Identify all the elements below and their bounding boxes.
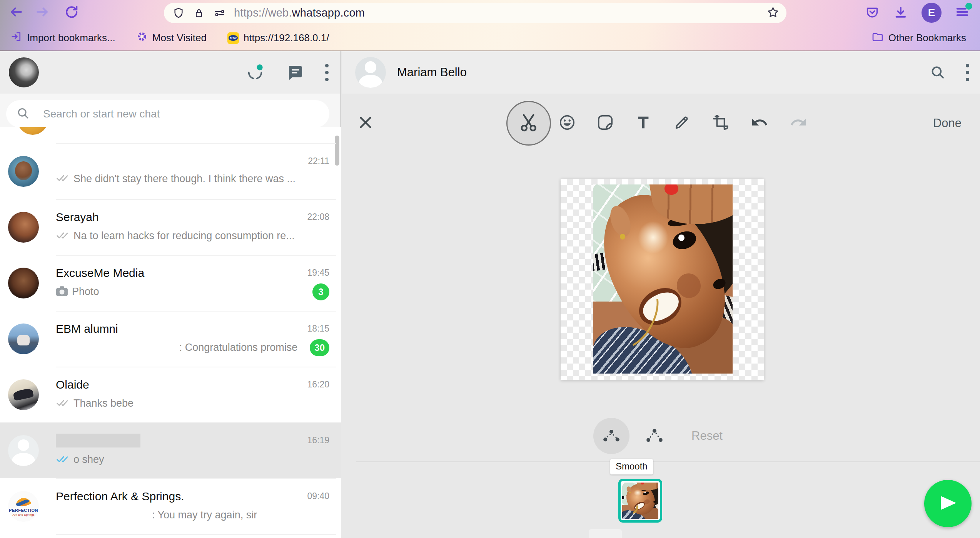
emoji-icon xyxy=(558,114,576,133)
chat-message: Na to learn hacks for reducing consumpti… xyxy=(73,230,295,242)
profile-avatar[interactable] xyxy=(9,57,39,87)
new-chat-button[interactable] xyxy=(286,64,304,81)
double-tick-icon xyxy=(56,173,70,184)
close-icon xyxy=(357,114,374,132)
avatar xyxy=(8,379,39,410)
smooth-curve-button[interactable] xyxy=(601,425,621,447)
url-bar[interactable]: https://web.whatsapp.com xyxy=(164,3,786,23)
bookmark-most-visited[interactable]: Most Visited xyxy=(136,31,207,45)
chat-list-item[interactable]: Olaide 16:20 Thanks bebe xyxy=(0,367,341,422)
text-tool-button[interactable] xyxy=(634,114,652,133)
search-icon[interactable] xyxy=(930,64,946,80)
send-button[interactable] xyxy=(924,480,972,527)
search-input[interactable] xyxy=(43,108,319,120)
sticker-tool-button[interactable] xyxy=(596,114,614,133)
edit-canvas[interactable] xyxy=(561,179,764,380)
lock-icon[interactable] xyxy=(193,7,205,19)
sidebar-header xyxy=(0,51,340,94)
back-arrow-icon xyxy=(9,5,23,21)
photo-thumbnail[interactable] xyxy=(618,479,662,523)
sticker-icon xyxy=(596,114,614,133)
pocket-icon[interactable] xyxy=(865,5,880,20)
other-bookmarks[interactable]: Other Bookmarks xyxy=(871,30,966,45)
status-button[interactable] xyxy=(246,63,264,82)
unread-badge: 3 xyxy=(312,283,329,300)
unread-badge: 30 xyxy=(310,339,329,356)
sidebar-menu-button[interactable] xyxy=(325,64,329,81)
smooth-tooltip: Smooth xyxy=(610,459,653,474)
mtn-favicon: MTN xyxy=(227,32,239,44)
browser-chrome: https://web.whatsapp.com E xyxy=(0,0,980,51)
scissors-icon xyxy=(518,112,539,135)
double-tick-icon xyxy=(56,231,70,241)
import-icon xyxy=(11,31,22,45)
bookmark-import[interactable]: Import bookmarks... xyxy=(11,31,115,45)
notification-dot xyxy=(965,3,972,10)
reload-button[interactable] xyxy=(62,3,81,22)
navbar-right-icons: E xyxy=(865,0,980,25)
chat-message: She didn't stay there though. I think th… xyxy=(73,173,296,185)
avatar xyxy=(8,156,39,187)
mtn-favicon-text: MTN xyxy=(229,35,238,41)
chat-list-item[interactable]: 22:11 She didn't stay there though. I th… xyxy=(0,143,341,199)
chat-time: 16:19 xyxy=(307,435,329,446)
app-menu-button[interactable] xyxy=(955,4,970,21)
chat-list-item[interactable]: Serayah 22:08 Na to learn hacks for redu… xyxy=(0,199,341,255)
chat-name: Olaide xyxy=(56,378,307,391)
photo-editor-panel: Mariam Bello xyxy=(342,51,980,538)
reset-button[interactable]: Reset xyxy=(691,429,723,443)
chat-message: : You may try again, sir xyxy=(152,509,257,521)
done-button[interactable]: Done xyxy=(933,116,962,130)
bookmark-star-icon[interactable] xyxy=(766,6,780,20)
close-editor-button[interactable] xyxy=(357,114,374,132)
bookmark-router[interactable]: MTN https://192.168.0.1/ xyxy=(227,32,329,44)
account-avatar[interactable]: E xyxy=(922,3,942,23)
contact-avatar[interactable] xyxy=(355,57,386,88)
chat-time: 19:45 xyxy=(307,268,329,278)
back-button[interactable] xyxy=(7,3,26,22)
tracking-shield-icon[interactable] xyxy=(172,7,185,19)
chat-message: Thanks bebe xyxy=(73,397,134,409)
avatar: PERFECTION Ark and Springs xyxy=(8,491,39,522)
chat-header-icons xyxy=(930,51,969,94)
sharp-curve-button[interactable] xyxy=(644,425,664,447)
bookmark-label: Most Visited xyxy=(152,32,207,44)
reload-icon xyxy=(64,5,78,21)
avatar xyxy=(8,323,39,354)
avatar xyxy=(8,212,39,243)
chat-name: Perfection Ark & Springs. xyxy=(56,490,307,503)
search-bar[interactable] xyxy=(6,100,329,127)
avatar xyxy=(17,127,48,135)
sharp-curve-icon xyxy=(644,425,664,447)
photo-being-edited[interactable] xyxy=(593,184,733,374)
chat-message: o shey xyxy=(73,454,104,466)
camera-icon xyxy=(56,286,68,298)
chat-name: ExcuseMe Media xyxy=(56,266,307,280)
avatar xyxy=(8,435,39,466)
redo-button[interactable] xyxy=(790,114,807,133)
download-icon[interactable] xyxy=(893,5,908,20)
emoji-tool-button[interactable] xyxy=(558,114,576,133)
chat-list-item[interactable]: 16:19 o shey xyxy=(0,422,341,478)
folder-icon xyxy=(871,30,884,45)
undo-button[interactable] xyxy=(751,114,768,133)
chat-list-item[interactable]: EBM alumni 18:15 : Congratulations promi… xyxy=(0,311,341,367)
draw-tool-button[interactable] xyxy=(673,114,691,133)
url-text: https://web.whatsapp.com xyxy=(234,7,766,19)
chat-menu-button[interactable] xyxy=(966,64,969,81)
redo-icon xyxy=(790,114,807,133)
chat-time: 22:11 xyxy=(308,156,329,166)
double-tick-icon xyxy=(56,398,70,409)
chat-time: 18:15 xyxy=(307,323,329,334)
chat-list-item[interactable]: PERFECTION Ark and Springs Perfection Ar… xyxy=(0,478,341,534)
forward-arrow-icon xyxy=(35,5,50,21)
chat-list-item[interactable]: ExcuseMe Media 19:45 Photo 3 xyxy=(0,255,341,311)
forward-button[interactable] xyxy=(33,3,52,22)
cutout-tool-button[interactable] xyxy=(518,112,539,135)
search-area xyxy=(0,94,340,127)
chat-header: Mariam Bello xyxy=(342,51,980,94)
permissions-icon[interactable] xyxy=(213,7,225,19)
crop-tool-button[interactable] xyxy=(712,114,730,133)
chat-time: 16:20 xyxy=(307,379,329,390)
send-icon xyxy=(938,493,958,515)
